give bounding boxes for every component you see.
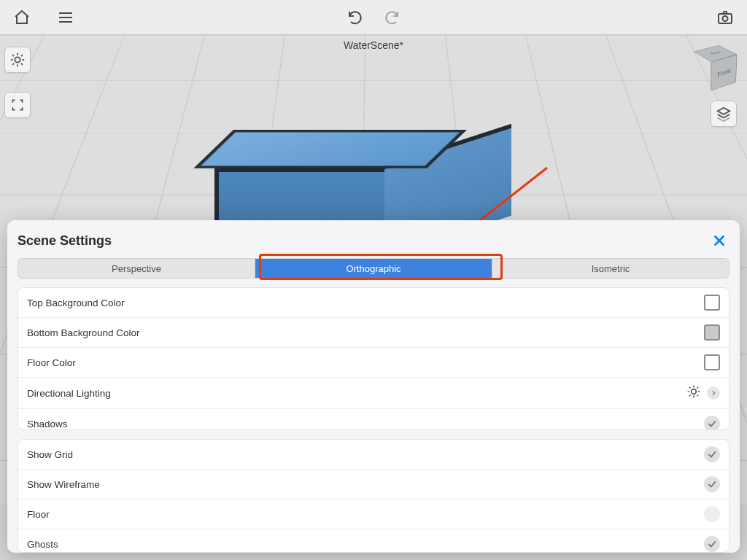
- chevron-right-icon: [707, 386, 720, 400]
- svg-line-12: [12, 63, 14, 65]
- close-button[interactable]: [709, 230, 729, 251]
- sun-tool[interactable]: [4, 47, 31, 73]
- undo-button[interactable]: [344, 6, 367, 29]
- menu-button[interactable]: [54, 6, 77, 29]
- scene-title: WaterScene*: [344, 39, 403, 51]
- viewcube-front[interactable]: Front: [711, 55, 737, 91]
- svg-line-10: [12, 55, 14, 56]
- row-label: Top Background Color: [27, 298, 125, 308]
- projection-segmented-control: Perspective Orthographic Isometric: [18, 258, 729, 279]
- row-ghosts[interactable]: Ghosts: [18, 529, 729, 553]
- svg-line-24: [697, 395, 699, 397]
- selection-frame-tool[interactable]: [4, 92, 31, 118]
- row-label: Show Grid: [27, 449, 73, 460]
- row-label: Ghosts: [27, 539, 58, 550]
- svg-rect-3: [719, 14, 732, 23]
- toggle-check[interactable]: [704, 446, 720, 462]
- redo-button[interactable]: [380, 6, 403, 29]
- tab-isometric[interactable]: Isometric: [492, 259, 729, 278]
- row-label: Shadows: [27, 419, 68, 429]
- settings-group-appearance: Top Background Color Bottom Background C…: [18, 287, 729, 430]
- row-label: Show Wireframe: [27, 479, 100, 490]
- row-directional-lighting[interactable]: Directional Lighting: [18, 378, 729, 409]
- row-label: Directional Lighting: [27, 388, 111, 399]
- panel-title: Scene Settings: [18, 233, 112, 249]
- svg-line-23: [689, 387, 691, 389]
- toggle-check[interactable]: [704, 506, 720, 522]
- color-swatch[interactable]: [704, 354, 720, 370]
- scene-settings-panel: Scene Settings Perspective Orthographic …: [7, 220, 740, 553]
- toggle-check[interactable]: [704, 416, 720, 430]
- row-top-background-color[interactable]: Top Background Color: [18, 288, 729, 318]
- sun-icon: [686, 384, 701, 402]
- svg-point-18: [692, 389, 697, 394]
- svg-line-25: [689, 395, 691, 397]
- svg-line-13: [21, 55, 23, 56]
- row-floor[interactable]: Floor: [18, 499, 729, 529]
- row-label: Bottom Background Color: [27, 327, 140, 338]
- row-shadows[interactable]: Shadows: [18, 409, 729, 430]
- color-swatch[interactable]: [704, 324, 720, 341]
- row-label: Floor Color: [27, 357, 76, 368]
- row-label: Floor: [27, 509, 50, 520]
- row-bottom-background-color[interactable]: Bottom Background Color: [18, 318, 729, 348]
- tab-orthographic[interactable]: Orthographic: [255, 259, 492, 278]
- layers-button[interactable]: [711, 101, 737, 127]
- home-button[interactable]: [10, 6, 34, 29]
- row-floor-color[interactable]: Floor Color: [18, 348, 729, 378]
- toggle-check[interactable]: [704, 536, 720, 552]
- svg-point-4: [723, 16, 728, 21]
- svg-marker-14: [718, 108, 730, 114]
- svg-line-11: [21, 63, 23, 65]
- row-show-grid[interactable]: Show Grid: [18, 440, 729, 470]
- color-swatch[interactable]: [704, 295, 720, 311]
- svg-point-5: [15, 57, 20, 62]
- tab-perspective[interactable]: Perspective: [18, 259, 255, 278]
- row-show-wireframe[interactable]: Show Wireframe: [18, 470, 729, 499]
- top-toolbar: [0, 0, 747, 35]
- view-cube[interactable]: Top Right Front: [693, 45, 737, 89]
- svg-line-26: [697, 387, 699, 389]
- camera-button[interactable]: [713, 6, 737, 29]
- toggle-check[interactable]: [704, 476, 720, 492]
- settings-group-display: Show Grid Show Wireframe Floor: [18, 439, 729, 553]
